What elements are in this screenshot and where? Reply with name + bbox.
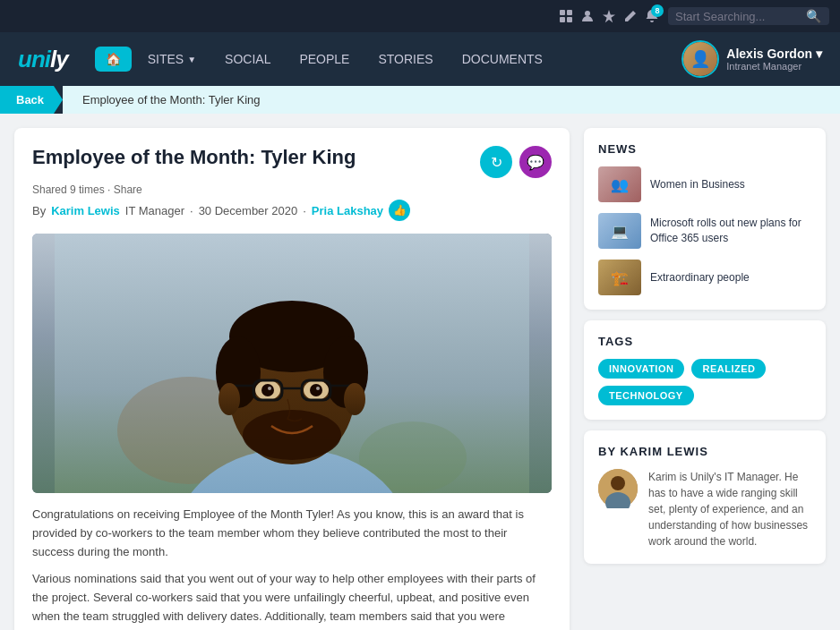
article-body-1: Congratulations on receiving Employee of…: [32, 506, 552, 561]
svg-point-23: [310, 384, 322, 396]
dropdown-arrow: ▼: [187, 55, 196, 64]
navbar: unily 🏠 SITES ▼ SOCIAL PEOPLE STORIES DO…: [0, 32, 840, 86]
back-button[interactable]: Back: [0, 86, 63, 114]
person-icon[interactable]: [580, 9, 595, 24]
nav-people[interactable]: PEOPLE: [287, 45, 362, 73]
notification-count: 8: [651, 4, 664, 17]
author-bio: Karim is Unily's IT Manager. He has to h…: [648, 469, 811, 549]
svg-rect-0: [560, 10, 565, 15]
article-header: Employee of the Month: Tyler King ↻ 💬: [32, 146, 552, 178]
nav-social[interactable]: SOCIAL: [212, 45, 283, 73]
home-icon: 🏠: [106, 52, 121, 66]
grid-icon[interactable]: [559, 9, 573, 24]
search-bar[interactable]: 🔍: [668, 7, 829, 25]
news-title: NEWS: [598, 142, 811, 156]
svg-rect-3: [567, 17, 572, 22]
star-icon[interactable]: [602, 9, 616, 24]
svg-rect-2: [560, 17, 565, 22]
search-icon[interactable]: 🔍: [806, 9, 821, 23]
office-thumb-icon: 💻: [611, 223, 629, 240]
nav-right: 👤 Alexis Gordon ▾ Intranet Manager: [681, 40, 822, 78]
user-name: Alexis Gordon ▾: [726, 47, 822, 61]
oil-thumb-icon: 🏗️: [611, 269, 629, 286]
search-input[interactable]: [675, 10, 801, 23]
avatar: 👤: [681, 40, 719, 78]
avatar-image: 👤: [683, 42, 717, 76]
tag-technology[interactable]: TECHNOLOGY: [598, 386, 694, 405]
tags-row: INNOVATION REALIZED TECHNOLOGY: [598, 359, 811, 405]
article-body-2: Various nominations said that you went o…: [32, 570, 552, 630]
news-thumb-3: 🏗️: [598, 260, 641, 295]
news-item-2[interactable]: 💻 Microsoft rolls out new plans for Offi…: [598, 213, 811, 249]
news-thumb-2: 💻: [598, 213, 641, 249]
svg-point-31: [219, 383, 240, 415]
article-image: [32, 234, 552, 493]
edit-icon[interactable]: [623, 9, 638, 24]
article: Employee of the Month: Tyler King ↻ 💬 Sh…: [14, 128, 570, 630]
article-share[interactable]: Shared 9 times · Share: [32, 183, 552, 196]
nav-documents[interactable]: DOCUMENTS: [450, 45, 555, 73]
breadcrumb: Back Employee of the Month: Tyler King: [0, 86, 840, 114]
nav-stories[interactable]: STORIES: [365, 45, 445, 73]
topbar-icons: 8: [559, 9, 659, 24]
topbar: 8 🔍: [0, 0, 840, 32]
article-title: Employee of the Month: Tyler King: [32, 146, 469, 169]
main-layout: Employee of the Month: Tyler King ↻ 💬 Sh…: [0, 114, 840, 630]
svg-point-22: [261, 384, 274, 396]
action-buttons: ↻ 💬: [480, 146, 552, 178]
svg-point-24: [268, 387, 271, 390]
nav-home[interactable]: 🏠: [95, 47, 132, 72]
user-avatar-container[interactable]: 👤 Alexis Gordon ▾ Intranet Manager: [681, 40, 822, 78]
tags-card: TAGS INNOVATION REALIZED TECHNOLOGY: [584, 320, 826, 420]
user-info: Alexis Gordon ▾ Intranet Manager: [726, 47, 822, 72]
news-headline-3: Extraordinary people: [650, 270, 750, 285]
nav-links: 🏠 SITES ▼ SOCIAL PEOPLE STORIES DOCUMENT…: [95, 45, 682, 73]
tag-innovation[interactable]: INNOVATION: [598, 359, 684, 379]
svg-point-25: [316, 387, 320, 390]
dropdown-arrow-user: ▾: [816, 47, 822, 61]
news-card: NEWS 👥 Women in Business 💻 Microsoft rol…: [584, 128, 826, 310]
svg-point-19: [243, 410, 341, 460]
nav-sites[interactable]: SITES ▼: [135, 45, 209, 73]
svg-point-4: [585, 11, 590, 16]
news-thumb-1: 👥: [598, 166, 641, 202]
sidebar: NEWS 👥 Women in Business 💻 Microsoft rol…: [584, 128, 826, 630]
news-item-3[interactable]: 🏗️ Extraordinary people: [598, 260, 811, 295]
news-item-1[interactable]: 👥 Women in Business: [598, 166, 811, 202]
person-photo: [32, 234, 552, 493]
svg-point-34: [611, 476, 625, 490]
author-info: Karim is Unily's IT Manager. He has to h…: [598, 469, 811, 549]
article-byline: By Karim Lewis IT Manager · 30 December …: [32, 200, 552, 221]
logo: unily: [18, 46, 68, 73]
notification-bell[interactable]: 8: [645, 9, 659, 23]
news-headline-1: Women in Business: [650, 177, 745, 192]
comment-button[interactable]: 💬: [519, 146, 552, 178]
tags-title: TAGS: [598, 335, 811, 348]
news-headline-2: Microsoft rolls out new plans for Office…: [650, 216, 811, 246]
cycle-button[interactable]: ↻: [480, 146, 512, 178]
svg-point-32: [344, 383, 365, 415]
like-button[interactable]: 👍: [389, 200, 410, 221]
author-section-title: BY KARIM LEWIS: [598, 445, 811, 458]
author-card: BY KARIM LEWIS Karim is Unily's IT Manag…: [584, 430, 826, 564]
breadcrumb-path: Employee of the Month: Tyler King: [63, 86, 840, 114]
user-role: Intranet Manager: [726, 61, 822, 72]
author-avatar: [598, 469, 638, 508]
tagged-link[interactable]: Pria Lakshay: [312, 204, 383, 217]
people-thumb-icon: 👥: [611, 176, 629, 193]
tag-realized[interactable]: REALIZED: [691, 359, 766, 379]
svg-rect-1: [567, 10, 572, 15]
author-link[interactable]: Karim Lewis: [51, 204, 120, 217]
